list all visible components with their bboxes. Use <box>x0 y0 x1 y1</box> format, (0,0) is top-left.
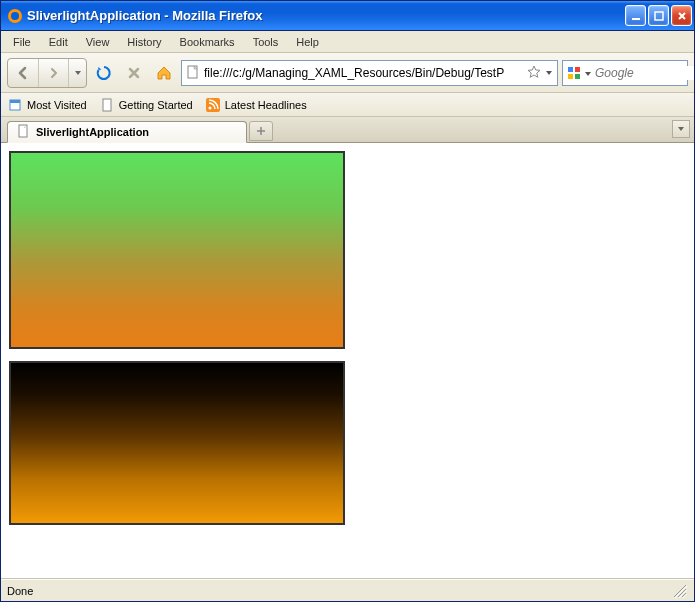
svg-rect-5 <box>568 67 573 72</box>
home-button[interactable] <box>151 60 177 86</box>
bookmark-label: Getting Started <box>119 99 193 111</box>
tab-title: SliverlightApplication <box>36 126 238 138</box>
svg-rect-12 <box>103 99 111 111</box>
google-search-engine-icon[interactable] <box>567 65 581 81</box>
forward-button[interactable] <box>38 59 68 87</box>
menu-file[interactable]: File <box>5 34 39 50</box>
svg-rect-6 <box>575 67 580 72</box>
close-button[interactable] <box>671 5 692 26</box>
search-input[interactable] <box>595 66 695 80</box>
maximize-button[interactable] <box>648 5 669 26</box>
rss-icon <box>205 97 221 113</box>
gradient-rectangle-black-orange <box>9 361 345 525</box>
menu-view[interactable]: View <box>78 34 118 50</box>
status-bar: Done <box>1 579 694 601</box>
bookmark-label: Most Visited <box>27 99 87 111</box>
page-icon <box>186 65 200 81</box>
menu-bar: File Edit View History Bookmarks Tools H… <box>1 31 694 53</box>
svg-point-1 <box>11 12 19 20</box>
bookmark-getting-started[interactable]: Getting Started <box>99 97 193 113</box>
search-engine-dropdown-icon[interactable] <box>585 67 591 79</box>
menu-help[interactable]: Help <box>288 34 327 50</box>
url-dropdown-icon[interactable] <box>545 67 553 79</box>
reload-button[interactable] <box>91 60 117 86</box>
nav-history-dropdown[interactable] <box>68 59 86 87</box>
search-box[interactable] <box>562 60 688 86</box>
bookmarks-toolbar: Most Visited Getting Started Latest Head… <box>1 93 694 117</box>
firefox-icon <box>7 8 23 24</box>
nav-button-group <box>7 58 87 88</box>
menu-tools[interactable]: Tools <box>245 34 287 50</box>
navigation-toolbar <box>1 53 694 93</box>
menu-edit[interactable]: Edit <box>41 34 76 50</box>
bookmark-label: Latest Headlines <box>225 99 307 111</box>
page-icon <box>99 97 115 113</box>
status-text: Done <box>7 585 33 597</box>
menu-history[interactable]: History <box>119 34 169 50</box>
window-titlebar: SliverlightApplication - Mozilla Firefox <box>1 1 694 31</box>
page-icon <box>16 124 30 140</box>
tabs-dropdown-button[interactable] <box>672 120 690 138</box>
svg-rect-7 <box>568 74 573 79</box>
resize-grip[interactable] <box>672 583 688 599</box>
back-button[interactable] <box>8 59 38 87</box>
bookmark-most-visited[interactable]: Most Visited <box>7 97 87 113</box>
stop-button[interactable] <box>121 60 147 86</box>
new-tab-button[interactable] <box>249 121 273 141</box>
menu-bookmarks[interactable]: Bookmarks <box>172 34 243 50</box>
minimize-button[interactable] <box>625 5 646 26</box>
page-content <box>1 143 694 579</box>
url-input[interactable] <box>204 63 523 83</box>
svg-rect-3 <box>655 12 663 20</box>
gradient-rectangle-green-orange <box>9 151 345 349</box>
svg-rect-2 <box>632 18 640 20</box>
tab-active[interactable]: SliverlightApplication <box>7 121 247 143</box>
window-title: SliverlightApplication - Mozilla Firefox <box>27 8 625 23</box>
tab-bar: SliverlightApplication <box>1 117 694 143</box>
svg-rect-11 <box>10 100 20 103</box>
url-bar[interactable] <box>181 60 558 86</box>
svg-point-14 <box>208 106 211 109</box>
svg-rect-8 <box>575 74 580 79</box>
most-visited-icon <box>7 97 23 113</box>
bookmark-latest-headlines[interactable]: Latest Headlines <box>205 97 307 113</box>
bookmark-star-icon[interactable] <box>527 65 541 81</box>
